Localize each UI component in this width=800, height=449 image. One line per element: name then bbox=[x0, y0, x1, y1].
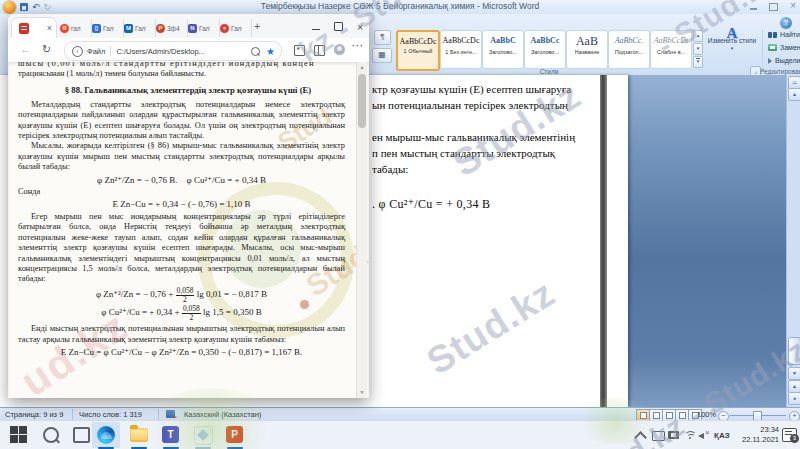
taskbar-powerpoint-button[interactable]: P bbox=[226, 426, 244, 444]
tray-expand-button[interactable] bbox=[636, 430, 645, 442]
word-count[interactable]: Число слов: 1 319 bbox=[79, 410, 142, 419]
find-button[interactable]: Найти bbox=[768, 31, 800, 38]
browser-tab[interactable]: 3ф4 bbox=[154, 19, 188, 37]
tab-title: Гал bbox=[103, 25, 114, 32]
replace-button[interactable]: Заменить bbox=[768, 44, 800, 51]
styles-gallery-arrows bbox=[693, 30, 703, 67]
scan-formula: E Zn−Cu = φ Cu²⁺/Cu − φ Zn²⁺/Zn = 0,350 … bbox=[18, 347, 345, 357]
tray-network-button[interactable] bbox=[684, 430, 695, 440]
scan-formula: φ Cu²⁺/Cu = + 0,34 + 0,0582 lg 1,5 = 0,3… bbox=[18, 305, 345, 322]
doc-text-line: ын потенциалынан терісірек электродтың bbox=[372, 99, 598, 111]
tab-groups-icon[interactable] bbox=[314, 45, 325, 56]
start-button[interactable] bbox=[10, 426, 28, 444]
editing-group-label: Редактирование bbox=[760, 68, 800, 75]
word-statusbar: Страница: 9 из 9 Число слов: 1 319 Казах… bbox=[0, 407, 800, 421]
style-preview: AaBbCcDc bbox=[441, 36, 481, 46]
select-button[interactable]: Выделить bbox=[768, 57, 800, 64]
zoom-page-icon[interactable] bbox=[251, 47, 260, 56]
word-minimize-icon[interactable] bbox=[750, 8, 757, 10]
tray-media-button[interactable] bbox=[668, 430, 679, 439]
taskbar-teams-button[interactable]: T bbox=[162, 426, 180, 444]
browser-tab[interactable]: Гал bbox=[186, 19, 220, 37]
language-indicator[interactable]: Казахский (Казахстан) bbox=[184, 410, 261, 419]
taskbar-edge-button[interactable] bbox=[97, 426, 115, 444]
style-preview: AaBbC bbox=[483, 36, 523, 46]
chevron-down-icon bbox=[731, 45, 734, 51]
photos-icon bbox=[194, 426, 213, 445]
browser-minimize-icon[interactable] bbox=[312, 29, 320, 30]
word-scrollbar[interactable]: ▭ ▲ ▼ ▲ ● bbox=[786, 75, 800, 407]
tray-display-button[interactable] bbox=[652, 430, 665, 441]
scroll-down-icon[interactable]: ▼ bbox=[357, 388, 367, 397]
scroll-down-icon[interactable]: ▼ bbox=[788, 367, 800, 380]
doc-text-line: ен мырыш-мыс гальваникалық элементінің bbox=[372, 131, 598, 143]
style-chip-no-spacing[interactable]: AaBbCcDc 1 Без инте... bbox=[440, 30, 482, 69]
powerpoint-icon: P bbox=[226, 426, 243, 443]
new-tab-icon[interactable]: + bbox=[254, 20, 260, 32]
search-button[interactable] bbox=[42, 426, 60, 444]
browser-tab[interactable]: Гал bbox=[218, 19, 252, 37]
style-chip-title[interactable]: АаВ Название bbox=[566, 30, 608, 69]
collections-icon[interactable] bbox=[294, 45, 305, 56]
style-name: Заголово... bbox=[483, 49, 523, 55]
scroll-up-icon[interactable]: ▲ bbox=[357, 63, 367, 72]
task-view-button[interactable] bbox=[72, 426, 90, 444]
help-icon[interactable] bbox=[780, 17, 792, 29]
taskbar-clock[interactable]: 23:34 22.11.2021 bbox=[733, 425, 779, 445]
word-titlebar[interactable]: Темірбекқызы Назерке СӨЖ 5 Бейорганикалы… bbox=[0, 0, 800, 15]
scrollbar-thumb[interactable] bbox=[788, 337, 800, 365]
change-styles-button[interactable]: A Изменить стили bbox=[706, 30, 758, 52]
refresh-icon[interactable] bbox=[42, 43, 51, 56]
gallery-more-icon[interactable] bbox=[693, 56, 703, 68]
back-icon[interactable] bbox=[20, 43, 31, 55]
search-icon bbox=[43, 427, 59, 443]
scan-line: Сонда bbox=[18, 187, 345, 197]
browser-tab[interactable]: Гал bbox=[90, 19, 124, 37]
scrollbar-thumb[interactable] bbox=[358, 74, 366, 128]
address-bar[interactable]: Файл C:/Users/Admin/Desktop... bbox=[64, 41, 282, 61]
active-tab[interactable]: × bbox=[11, 17, 57, 39]
gallery-up-icon[interactable] bbox=[693, 30, 703, 42]
taskbar-photos-button[interactable] bbox=[194, 426, 212, 444]
favorite-star-icon[interactable] bbox=[266, 46, 275, 57]
scan-formula: φ Zn²⁺/Zn = − 0,76 В. φ Cu²⁺/Cu = + 0,34… bbox=[18, 175, 345, 185]
keyboard-language[interactable]: ҚАЗ bbox=[714, 431, 730, 440]
borders-button[interactable] bbox=[372, 48, 392, 63]
style-chip-subtle[interactable]: AaBbCcDt Слабое в... bbox=[650, 30, 692, 69]
browser-content[interactable]: Stud Stud ud.kz шысы (0,001 моль/л станд… bbox=[8, 62, 369, 398]
tray-volume-button[interactable] bbox=[698, 430, 710, 440]
browser-tab[interactable]: гал bbox=[58, 19, 92, 37]
style-chip-heading2[interactable]: AaBbCc Заголово... bbox=[524, 30, 566, 69]
gallery-down-icon[interactable] bbox=[693, 43, 703, 55]
browse-object-icon[interactable]: ● bbox=[788, 392, 800, 405]
info-icon[interactable] bbox=[72, 46, 83, 57]
word-close-icon[interactable] bbox=[790, 2, 796, 11]
show-paragraph-marks-button[interactable] bbox=[374, 30, 391, 45]
tab-favicon bbox=[156, 24, 165, 33]
browser-navbar: Файл C:/Users/Admin/Desktop... bbox=[8, 38, 369, 63]
address-path[interactable]: C:/Users/Admin/Desktop... bbox=[116, 47, 251, 56]
pdf-icon bbox=[19, 23, 29, 34]
profile-avatar-icon[interactable] bbox=[334, 44, 345, 55]
browser-close-icon[interactable] bbox=[357, 17, 363, 35]
tab-favicon bbox=[124, 24, 133, 33]
taskbar-explorer-button[interactable] bbox=[130, 426, 148, 444]
tab-close-icon[interactable]: × bbox=[47, 22, 52, 34]
scan-paragraph: Металдардың стандартты электродтық потен… bbox=[18, 100, 345, 142]
page-indicator[interactable]: Страница: 9 из 9 bbox=[5, 410, 63, 419]
browser-tabstrip: × гал Гал Гал 3ф4 Гал bbox=[8, 14, 369, 39]
style-chip-subtitle[interactable]: AaBbCc. Подзагол... bbox=[608, 30, 650, 69]
style-chip-heading1[interactable]: AaBbC Заголово... bbox=[482, 30, 524, 69]
zoom-level[interactable]: 100% bbox=[697, 410, 716, 419]
word-maximize-icon[interactable] bbox=[769, 3, 778, 11]
scroll-up-icon[interactable]: ▲ bbox=[788, 88, 800, 101]
change-styles-label: Изменить стили bbox=[708, 37, 756, 44]
browser-scrollbar[interactable]: ▲ ▼ bbox=[356, 62, 367, 398]
browser-tab[interactable]: Гал bbox=[122, 19, 156, 37]
proofing-errors-icon[interactable] bbox=[166, 410, 175, 418]
style-chip-normal[interactable]: AaBbCcDc 1 Обычный bbox=[396, 30, 440, 71]
browser-menu-icon[interactable] bbox=[352, 41, 364, 51]
teams-icon: T bbox=[162, 426, 179, 443]
notification-center-button[interactable]: 3 bbox=[782, 428, 797, 442]
browser-maximize-icon[interactable] bbox=[334, 22, 343, 31]
